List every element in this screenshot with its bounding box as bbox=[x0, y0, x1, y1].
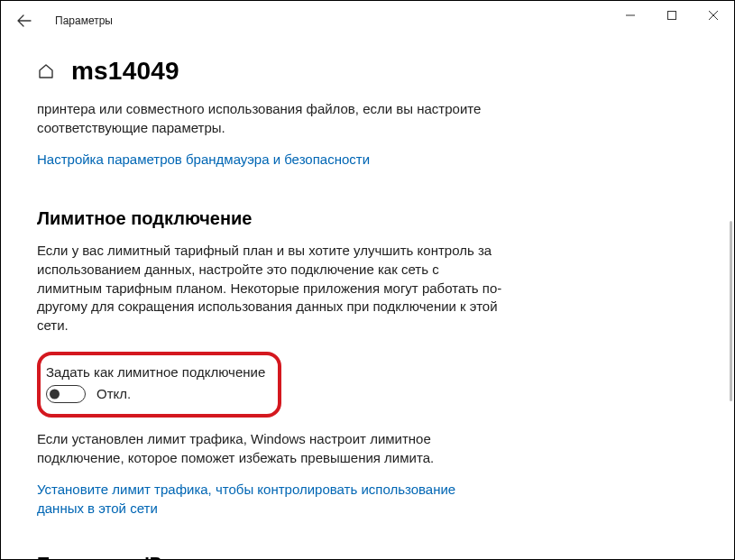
metered-heading: Лимитное подключение bbox=[37, 208, 698, 229]
metered-toggle-state: Откл. bbox=[96, 386, 131, 401]
maximize-button[interactable] bbox=[651, 1, 693, 30]
window-controls bbox=[610, 1, 734, 30]
metered-after-note: Если установлен лимит трафика, Windows н… bbox=[37, 430, 506, 467]
toggle-knob bbox=[50, 389, 60, 399]
window-title: Параметры bbox=[55, 14, 113, 27]
content-area: ms14049 принтера или совместного использ… bbox=[1, 41, 734, 559]
close-button[interactable] bbox=[693, 1, 734, 30]
back-button[interactable] bbox=[12, 8, 37, 33]
close-icon bbox=[709, 11, 718, 20]
page-title: ms14049 bbox=[71, 57, 179, 86]
metered-toggle[interactable] bbox=[46, 385, 86, 403]
scrollbar-thumb[interactable] bbox=[730, 221, 732, 401]
minimize-icon bbox=[626, 11, 635, 20]
metered-toggle-row: Откл. bbox=[46, 385, 265, 403]
firewall-settings-link[interactable]: Настройка параметров брандмауэра и безоп… bbox=[37, 150, 506, 169]
minimize-button[interactable] bbox=[610, 1, 651, 30]
intro-text: принтера или совместного использования ф… bbox=[37, 100, 506, 137]
metered-toggle-label: Задать как лимитное подключение bbox=[46, 364, 265, 380]
data-limit-link[interactable]: Установите лимит трафика, чтобы контроли… bbox=[37, 480, 506, 518]
svg-rect-0 bbox=[668, 12, 676, 20]
title-bar: Параметры bbox=[1, 1, 734, 41]
metered-toggle-highlight: Задать как лимитное подключение Откл. bbox=[37, 352, 281, 418]
metered-description: Если у вас лимитный тарифный план и вы х… bbox=[37, 242, 506, 335]
back-arrow-icon bbox=[17, 14, 32, 28]
home-icon[interactable] bbox=[37, 62, 55, 80]
maximize-icon bbox=[667, 11, 676, 20]
page-header: ms14049 bbox=[37, 57, 698, 86]
ip-heading: Параметры IP bbox=[37, 554, 698, 559]
